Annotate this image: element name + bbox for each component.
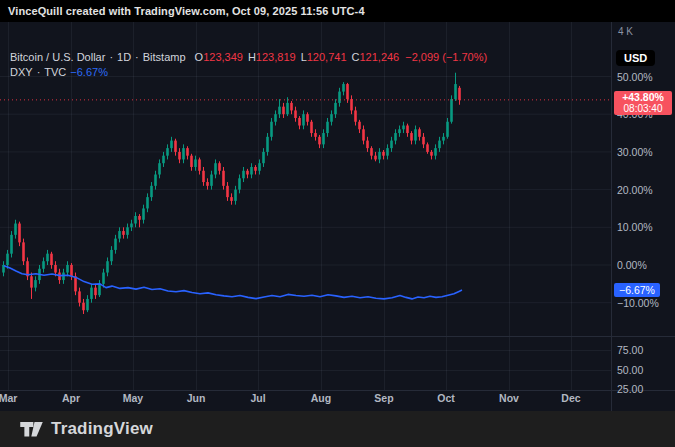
time-axis-label-mar[interactable]: Mar <box>0 392 17 404</box>
candle-body <box>318 137 321 145</box>
candle-body <box>406 126 409 134</box>
candle-body <box>202 171 205 182</box>
candle-body <box>382 152 385 156</box>
candle-body <box>162 156 165 164</box>
compare-legend[interactable]: DXY·TVC−6.67% <box>10 66 108 78</box>
price-axis-sub-label: 50.00 <box>617 364 643 376</box>
candle-body <box>434 148 437 156</box>
candle-body <box>90 288 93 299</box>
candle-body <box>194 159 197 167</box>
compare-price-badge: −6.67% <box>614 283 660 297</box>
candle-body <box>54 265 57 273</box>
candle-body <box>186 148 189 156</box>
open-label: O <box>195 51 204 63</box>
candle-body <box>418 129 421 137</box>
last-price-percent: +43.80% <box>614 92 672 103</box>
time-axis-label-dec[interactable]: Dec <box>561 392 580 404</box>
time-axis-label-sep[interactable]: Sep <box>374 392 393 404</box>
time-axis-label-apr[interactable]: Apr <box>62 392 80 404</box>
candle-body <box>362 129 365 140</box>
candle-body <box>350 99 353 110</box>
compare-exchange: TVC <box>44 66 66 78</box>
time-axis-label-oct[interactable]: Oct <box>437 392 455 404</box>
candle-body <box>74 276 77 291</box>
time-axis-label-jul[interactable]: Jul <box>250 392 265 404</box>
candle-body <box>342 84 345 92</box>
axis-top-label: 4 K <box>618 26 633 37</box>
candle-body <box>270 122 273 137</box>
candle-body <box>118 231 121 239</box>
candle-body <box>410 133 413 141</box>
symbol-exchange: Bitstamp <box>143 51 186 63</box>
candle-body <box>402 126 405 130</box>
candle-body <box>150 186 153 197</box>
candle-body <box>282 107 285 115</box>
candle-body <box>398 129 401 133</box>
price-axis-pct-label: 30.00% <box>617 146 653 158</box>
high-value: 123,819 <box>256 51 296 63</box>
candle-body <box>326 122 329 133</box>
candle-body <box>430 152 433 156</box>
attribution-text: VinceQuill created with TradingView.com,… <box>8 5 365 17</box>
currency-toggle-button[interactable]: USD <box>616 50 655 66</box>
candle-body <box>310 122 313 133</box>
symbol-legend[interactable]: Bitcoin / U.S. Dollar·1D·BitstampO123,34… <box>10 51 487 63</box>
candle-body <box>234 190 237 201</box>
candle-body <box>278 107 281 115</box>
candle-body <box>178 152 181 160</box>
tradingview-brand-text[interactable]: TradingView <box>51 419 153 439</box>
candle-body <box>78 291 81 302</box>
candle-body <box>222 171 225 186</box>
time-axis-label-aug[interactable]: Aug <box>311 392 331 404</box>
candle-body <box>226 186 229 197</box>
candle-body <box>190 156 193 167</box>
candle-body <box>230 197 233 201</box>
symbol-title: Bitcoin / U.S. Dollar <box>10 51 105 63</box>
candle-body <box>82 303 85 311</box>
candle-body <box>294 110 297 118</box>
symbol-interval: 1D <box>117 51 131 63</box>
candle-body <box>274 114 277 122</box>
candle-body <box>450 99 453 122</box>
candle-body <box>138 216 141 220</box>
candle-body <box>242 171 245 179</box>
candle-body <box>246 171 249 175</box>
candle-body <box>354 110 357 121</box>
candle-body <box>262 152 265 163</box>
candle-body <box>214 163 217 174</box>
candle-body <box>322 133 325 144</box>
footer-bar: TradingView <box>0 411 675 447</box>
time-axis-label-nov[interactable]: Nov <box>499 392 519 404</box>
high-label: H <box>248 51 256 63</box>
price-axis-pct-label: 10.00% <box>617 221 653 233</box>
bar-countdown: 08:03:40 <box>614 103 672 114</box>
price-axis-pct-label: 20.00% <box>617 184 653 196</box>
legend-separator: · <box>109 51 113 63</box>
price-axis-sub-label: 75.00 <box>617 344 643 356</box>
candle-body <box>146 197 149 208</box>
candle-body <box>366 141 369 149</box>
candle-body <box>206 182 209 186</box>
compare-change-value: −6.67% <box>70 66 108 78</box>
time-axis-label-may[interactable]: May <box>123 392 143 404</box>
candle-body <box>442 137 445 141</box>
candle-body <box>378 152 381 160</box>
candle-body <box>370 148 373 156</box>
candle-body <box>290 103 293 111</box>
candle-body <box>286 103 289 114</box>
time-axis-label-jun[interactable]: Jun <box>187 392 206 404</box>
candle-body <box>130 224 133 228</box>
candle-body <box>30 276 33 287</box>
candle-body <box>266 137 269 152</box>
candle-body <box>110 250 113 261</box>
candle-body <box>210 175 213 186</box>
candle-body <box>394 133 397 141</box>
candle-body <box>302 114 305 125</box>
change-value: −2,099 (−1.70%) <box>405 51 487 63</box>
compare-symbol: DXY <box>10 66 33 78</box>
tradingview-logo-icon[interactable] <box>20 422 43 437</box>
candle-body <box>250 167 253 175</box>
candle-body <box>46 254 49 262</box>
candle-body <box>386 148 389 156</box>
candle-body <box>42 261 45 269</box>
